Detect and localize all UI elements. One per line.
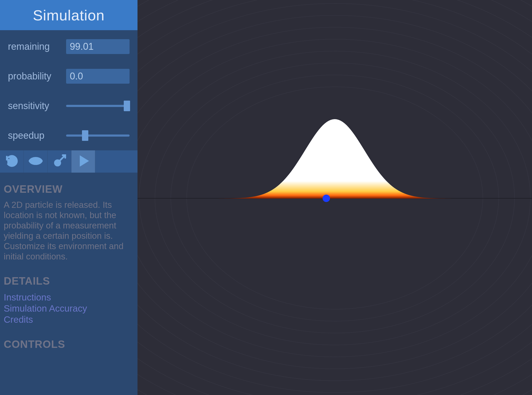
param-label: speedup [8, 130, 66, 141]
slider-thumb[interactable] [124, 101, 130, 111]
sidebar: Simulation remaining 99.01 probability 0… [0, 0, 137, 395]
slider-thumb[interactable] [82, 130, 88, 141]
param-label: probability [8, 71, 66, 82]
wavefunction-plot [216, 119, 454, 199]
info-sections: OVERVIEW A 2D particle is released. Its … [0, 173, 137, 350]
reset-button[interactable] [0, 150, 24, 173]
overview-text-2: Customize its environment and initial co… [4, 241, 123, 261]
details-heading: DETAILS [4, 275, 134, 287]
particle-button[interactable] [48, 150, 71, 173]
link-instructions[interactable]: Instructions [4, 292, 134, 303]
toolbar [0, 150, 137, 173]
param-speedup: speedup [8, 126, 130, 145]
overview-text-1: A 2D particle is released. Its location … [4, 200, 116, 241]
link-accuracy[interactable]: Simulation Accuracy [4, 303, 134, 314]
play-button[interactable] [71, 150, 95, 173]
svg-point-0 [34, 159, 38, 163]
view-button[interactable] [24, 150, 48, 173]
param-sensitivity: sensitivity [8, 96, 130, 115]
probability-field[interactable]: 0.0 [66, 69, 130, 84]
param-label: sensitivity [8, 100, 66, 111]
overview-heading: OVERVIEW [4, 183, 134, 195]
particle-icon [52, 153, 67, 170]
remaining-field[interactable]: 99.01 [66, 39, 130, 54]
param-label: remaining [8, 41, 66, 52]
parameter-panel: remaining 99.01 probability 0.0 sensitiv… [0, 30, 137, 150]
overview-body: A 2D particle is released. Its location … [4, 200, 134, 262]
param-remaining: remaining 99.01 [8, 37, 130, 56]
controls-heading: CONTROLS [4, 338, 134, 350]
eye-icon [28, 153, 43, 170]
play-icon [76, 153, 91, 170]
speedup-slider[interactable] [66, 134, 130, 137]
app-title: Simulation [33, 7, 104, 24]
simulation-canvas[interactable] [137, 0, 532, 395]
link-credits[interactable]: Credits [4, 314, 134, 325]
app-header: Simulation [0, 0, 137, 30]
reset-icon [4, 153, 20, 170]
particle-marker [323, 195, 330, 202]
details-links: Instructions Simulation Accuracy Credits [4, 292, 134, 325]
sensitivity-slider[interactable] [66, 105, 130, 107]
param-probability: probability 0.0 [8, 67, 130, 86]
